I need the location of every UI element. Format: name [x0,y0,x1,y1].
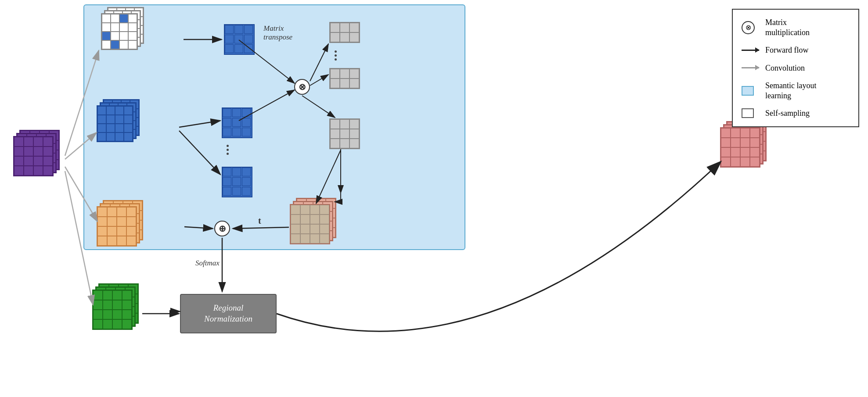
kv-ellipsis [227,145,229,155]
regional-normalization-box: Regional Normalization [180,294,277,333]
feature-map-stack [101,13,145,57]
regional-norm-label: Regional [213,303,244,312]
sll-legend-box-icon [742,86,754,96]
legend-convolution-icon [742,67,762,68]
purple-input-stack [13,136,61,183]
legend-forward-flow-label: Forward flow [765,45,808,55]
legend-item-convolution: Convolution [742,63,850,73]
legend-box: ⊗ Matrixmultiplication Forward flow Conv… [732,9,859,127]
legend-sll-icon [742,86,762,96]
regional-norm-label2: Normalization [204,314,252,323]
legend-item-sll: Semantic layoutlearning [742,81,850,100]
legend-item-self-sampling: Self-sampling [742,108,850,118]
matrix-multiply-op: ⊗ [294,79,310,95]
arrow-black-icon [742,50,759,51]
blue-dense-stack [97,105,140,149]
gray-ellipsis [335,50,337,61]
blue-query-grid [224,24,255,55]
arrow-gray-icon [742,67,759,68]
t-label: t [258,216,261,226]
blue-kv-top-grid [222,107,252,138]
green-stack [92,290,140,338]
pink-output-stack [720,127,768,175]
matrix-transpose-label: Matrixtranspose [263,24,292,42]
blue-kv-bottom-grid [222,167,252,197]
self-sampling-legend-box-icon [742,108,754,118]
gray-output-bottom [329,68,360,89]
plus-op: ⊕ [214,221,230,236]
orange-stack [97,206,145,254]
legend-item-matrix-mult: ⊗ Matrixmultiplication [742,18,850,37]
legend-self-sampling-icon [742,108,762,118]
legend-matrix-mult-label: Matrixmultiplication [765,18,810,37]
circle-x-icon: ⊗ [742,21,755,34]
softmax-label: Softmax [195,259,220,268]
diagram-container: ⊗ [0,0,868,397]
legend-forward-flow-icon [742,50,762,51]
gray-output-top [329,22,360,43]
legend-self-sampling-label: Self-sampling [765,108,810,118]
gray-output-right [329,118,360,149]
legend-item-forward-flow: Forward flow [742,45,850,55]
peach-stack [290,204,338,252]
legend-sll-label: Semantic layoutlearning [765,81,816,100]
legend-matrix-mult-icon: ⊗ [742,21,762,34]
legend-convolution-label: Convolution [765,63,805,73]
